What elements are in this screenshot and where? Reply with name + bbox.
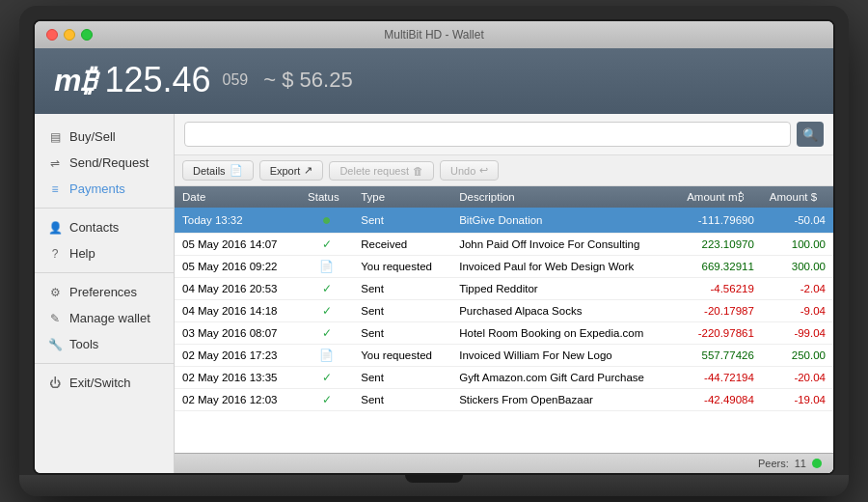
main-content: ▤ Buy/Sell ⇌ Send/Request ≡ Payments 👤 <box>35 114 833 473</box>
col-description: Description <box>451 186 679 208</box>
cell-amount-btc: -111.79690 <box>679 208 762 234</box>
cell-status: 📄 <box>300 256 353 278</box>
export-button[interactable]: Export ↗ <box>259 160 324 181</box>
laptop-notch <box>405 475 463 483</box>
search-bar: 🔍 <box>175 114 833 155</box>
trash-icon: 🗑 <box>413 165 423 177</box>
delete-button[interactable]: Delete request 🗑 <box>329 161 434 181</box>
col-date: Date <box>175 186 300 208</box>
cell-amount-usd: 100.00 <box>762 234 833 256</box>
table-row[interactable]: Today 13:32 ● Sent BitGive Donation -111… <box>175 208 833 234</box>
cell-status: ✓ <box>300 367 353 389</box>
table-row[interactable]: 02 May 2016 13:35 ✓ Sent Gyft Amazon.com… <box>175 367 833 389</box>
cell-date: Today 13:32 <box>175 208 300 234</box>
exit-icon: ⏻ <box>48 376 62 390</box>
cell-amount-btc: -44.72194 <box>679 367 762 389</box>
laptop-screen: MultiBit HD - Wallet m₿ 125.46 059 ~ $ 5… <box>33 19 835 475</box>
table-row[interactable]: 04 May 2016 20:53 ✓ Sent Tipped Redditor… <box>175 278 833 300</box>
cell-date: 04 May 2016 20:53 <box>175 278 300 300</box>
sidebar-item-contacts[interactable]: 👤 Contacts <box>35 214 174 240</box>
app-body: m₿ 125.46 059 ~ $ 56.25 ▤ Buy/Sell ⇌ Sen… <box>35 48 833 473</box>
sidebar-item-help[interactable]: ? Help <box>35 240 174 266</box>
export-label: Export <box>270 165 301 177</box>
sidebar-item-preferences[interactable]: ⚙ Preferences <box>35 279 174 305</box>
gear-icon: ⚙ <box>48 286 62 299</box>
undo-button[interactable]: Undo ↩ <box>440 160 499 181</box>
cell-amount-btc: 557.77426 <box>679 345 762 367</box>
sidebar-item-exit[interactable]: ⏻ Exit/Switch <box>35 370 174 396</box>
details-button[interactable]: Details 📄 <box>182 160 254 181</box>
cell-date: 03 May 2016 08:07 <box>175 322 300 345</box>
sidebar-item-tools[interactable]: 🔧 Tools <box>35 331 174 357</box>
details-icon: 📄 <box>230 164 243 177</box>
balance-usd: ~ $ 56.25 <box>263 68 352 93</box>
maximize-button[interactable] <box>81 29 93 41</box>
table-row[interactable]: 05 May 2016 09:22 📄 You requested Invoic… <box>175 256 833 278</box>
balance-sub: 059 <box>223 71 249 89</box>
cell-date: 02 May 2016 12:03 <box>175 389 300 411</box>
cell-type: Sent <box>353 208 451 234</box>
cell-description: Purchased Alpaca Socks <box>451 300 679 322</box>
cell-status: ✓ <box>300 322 353 345</box>
sidebar: ▤ Buy/Sell ⇌ Send/Request ≡ Payments 👤 <box>35 114 175 473</box>
cell-description: Invoiced William For New Logo <box>451 345 679 367</box>
cell-amount-usd: 300.00 <box>762 256 833 278</box>
cell-description: Hotel Room Booking on Expedia.com <box>451 322 679 345</box>
help-icon: ? <box>48 247 62 261</box>
sidebar-item-send-request[interactable]: ⇌ Send/Request <box>35 150 174 176</box>
status-check-icon: ✓ <box>322 304 332 318</box>
cell-type: You requested <box>353 256 451 278</box>
export-icon: ↗ <box>304 164 312 177</box>
tools-icon: 🔧 <box>48 338 62 351</box>
cell-description: Invoiced Paul for Web Design Work <box>451 256 679 278</box>
payments-icon: ≡ <box>48 182 62 196</box>
cell-amount-btc: -20.17987 <box>679 300 762 322</box>
table-row[interactable]: 03 May 2016 08:07 ✓ Sent Hotel Room Book… <box>175 322 833 345</box>
close-button[interactable] <box>46 29 58 41</box>
cell-amount-btc: 223.10970 <box>679 234 762 256</box>
transactions-table: Date Status Type Description Amount m₿ A… <box>175 186 833 411</box>
cell-date: 02 May 2016 13:35 <box>175 367 300 389</box>
title-bar: MultiBit HD - Wallet <box>35 21 833 48</box>
wallet-icon: ✎ <box>48 312 62 325</box>
search-input[interactable] <box>184 122 791 147</box>
col-amount-usd: Amount $ <box>762 186 833 208</box>
peers-indicator <box>812 459 822 468</box>
cell-amount-btc: -42.49084 <box>679 389 762 411</box>
search-button[interactable]: 🔍 <box>797 122 824 147</box>
table-row[interactable]: 02 May 2016 17:23 📄 You requested Invoic… <box>175 345 833 367</box>
transactions-table-container: Date Status Type Description Amount m₿ A… <box>175 186 833 453</box>
cell-status: ✓ <box>300 234 353 256</box>
cell-date: 05 May 2016 09:22 <box>175 256 300 278</box>
cell-type: Sent <box>353 389 451 411</box>
cell-date: 04 May 2016 14:18 <box>175 300 300 322</box>
sidebar-item-manage-wallet[interactable]: ✎ Manage wallet <box>35 305 174 331</box>
table-row[interactable]: 05 May 2016 14:07 ✓ Received John Paid O… <box>175 234 833 256</box>
traffic-lights <box>46 29 93 41</box>
sidebar-item-payments[interactable]: ≡ Payments <box>35 176 174 202</box>
cell-status: ✓ <box>300 278 353 300</box>
cell-status: ✓ <box>300 389 353 411</box>
cell-description: Gyft Amazon.com Gift Card Purchase <box>451 367 679 389</box>
status-check-icon: ✓ <box>322 282 332 295</box>
status-check-icon: ✓ <box>322 237 332 251</box>
laptop-base <box>19 475 849 496</box>
cell-amount-usd: -2.04 <box>762 278 833 300</box>
table-body: Today 13:32 ● Sent BitGive Donation -111… <box>175 208 833 411</box>
table-row[interactable]: 04 May 2016 14:18 ✓ Sent Purchased Alpac… <box>175 300 833 322</box>
cell-type: Received <box>353 234 451 256</box>
cell-amount-usd: -50.04 <box>762 208 833 234</box>
btc-symbol: m₿ <box>54 63 96 98</box>
cell-type: Sent <box>353 367 451 389</box>
table-row[interactable]: 02 May 2016 12:03 ✓ Sent Stickers From O… <box>175 389 833 411</box>
status-request-icon: 📄 <box>319 260 334 273</box>
sidebar-divider-1 <box>35 208 174 209</box>
undo-label: Undo <box>450 165 475 177</box>
minimize-button[interactable] <box>64 29 75 41</box>
cell-description: John Paid Off Invoice For Consulting <box>451 234 679 256</box>
sidebar-item-buy-sell[interactable]: ▤ Buy/Sell <box>35 124 174 150</box>
cell-amount-btc: -220.97861 <box>679 322 762 345</box>
col-amount-btc: Amount m₿ <box>679 186 762 208</box>
peers-count: 11 <box>795 458 806 469</box>
status-check-icon: ✓ <box>322 393 332 406</box>
